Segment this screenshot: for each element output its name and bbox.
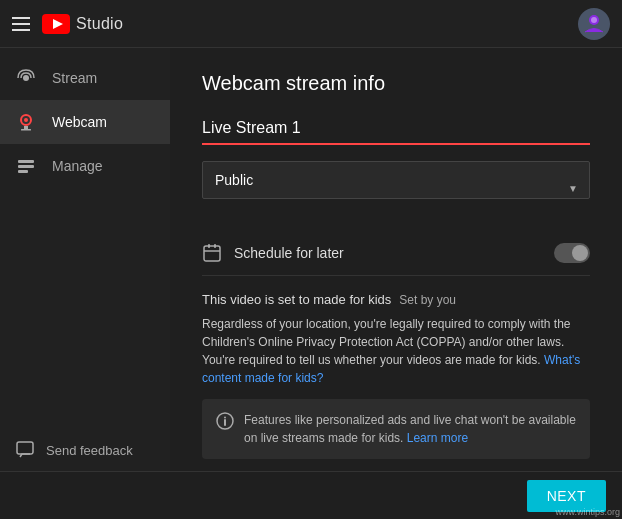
manage-icon [16,156,36,176]
svg-point-5 [23,75,29,81]
info-icon [216,412,234,430]
kids-description: Regardless of your location, you're lega… [202,315,590,387]
logo-area: Studio [42,14,123,34]
user-avatar-icon [582,12,606,36]
feedback-icon [16,441,34,459]
topbar: Studio [0,0,622,48]
content-area: Webcam stream info Public Unlisted Priva… [170,48,622,471]
svg-point-18 [224,417,226,419]
svg-point-3 [591,17,597,23]
calendar-icon [202,243,222,263]
sidebar-item-stream[interactable]: Stream [0,56,170,100]
page-title: Webcam stream info [202,72,590,95]
stream-name-input[interactable] [202,115,590,145]
watermark: www.wintips.org [555,507,620,517]
svg-rect-11 [18,165,34,168]
webcam-icon [16,112,36,132]
schedule-label: Schedule for later [234,245,542,261]
kids-header: This video is set to made for kids Set b… [202,292,590,307]
sidebar-item-stream-label: Stream [52,70,97,86]
hamburger-icon[interactable] [12,17,30,31]
kids-title: This video is set to made for kids [202,292,391,307]
svg-rect-16 [214,244,216,248]
svg-rect-10 [18,160,34,163]
bottom-bar: NEXT www.wintips.org [0,471,622,519]
sidebar-item-manage-label: Manage [52,158,103,174]
youtube-logo-icon [42,14,70,34]
sidebar-item-webcam[interactable]: Webcam [0,100,170,144]
schedule-toggle[interactable] [554,243,590,263]
set-by-you-label: Set by you [399,293,456,307]
sidebar-item-manage[interactable]: Manage [0,144,170,188]
studio-label: Studio [76,15,123,33]
visibility-select[interactable]: Public Unlisted Private [202,161,590,199]
send-feedback-label: Send feedback [46,443,133,458]
svg-rect-12 [18,170,28,173]
visibility-dropdown-wrapper: Public Unlisted Private [202,161,590,215]
sidebar: Stream Webcam Manage [0,48,170,471]
sidebar-item-webcam-label: Webcam [52,114,107,130]
sidebar-spacer [0,188,170,429]
learn-more-link[interactable]: Learn more [407,431,468,445]
svg-rect-15 [208,244,210,248]
svg-rect-8 [24,126,28,129]
stream-icon [16,68,36,88]
info-box: Features like personalized ads and live … [202,399,590,459]
avatar[interactable] [578,8,610,40]
schedule-row: Schedule for later [202,231,590,276]
info-text: Features like personalized ads and live … [244,411,576,447]
svg-rect-14 [204,246,220,261]
svg-rect-13 [17,442,33,454]
send-feedback-button[interactable]: Send feedback [0,429,170,471]
svg-rect-9 [21,129,31,131]
svg-point-7 [24,118,28,122]
main-layout: Stream Webcam Manage [0,48,622,471]
